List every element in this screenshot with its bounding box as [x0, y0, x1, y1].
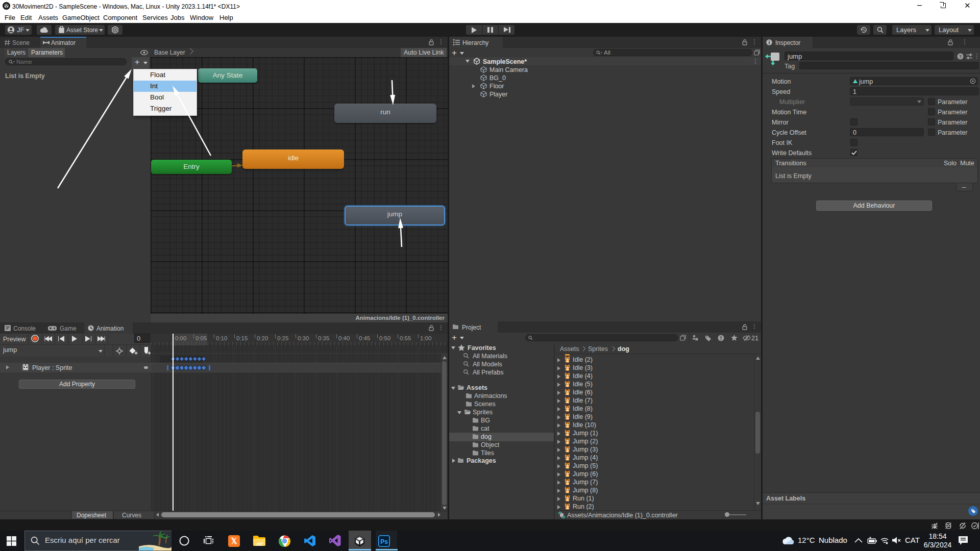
svg-text:Ps: Ps	[380, 538, 388, 545]
svg-text:𝕏: 𝕏	[231, 537, 237, 545]
svg-text:?: ?	[959, 54, 962, 59]
